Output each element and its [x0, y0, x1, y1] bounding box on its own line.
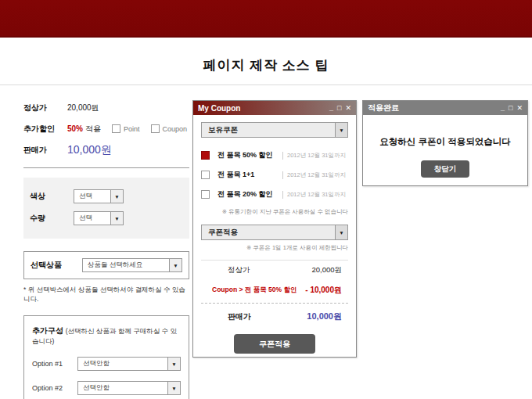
coupon-checkbox-checked[interactable]	[201, 151, 210, 160]
product-option-panel: 정상가 20,000원 추가할인 50% 적용 Point Coupon 판매가…	[23, 97, 189, 399]
sale-price-value: 10,000원	[67, 143, 112, 157]
extra-option-row: Option #2 선택안함 ▼	[32, 381, 181, 395]
coupon-row: 전 품목 50% 할인 2012년 12월 31일까지	[201, 146, 348, 165]
applied-window-title: 적용완료	[368, 102, 399, 113]
extra-option-value: 선택안함	[78, 382, 167, 394]
discount-row: 추가할인 50% 적용 Point Coupon	[23, 118, 189, 139]
extra-config-header: 추가구성 (선택하신 상품과 함께 구매하실 수 있습니다)	[32, 325, 181, 347]
summary-sale-value: 10,000원	[307, 311, 348, 322]
owned-coupon-header[interactable]: 보유쿠폰 ▼	[201, 122, 348, 138]
coupon-checkbox[interactable]	[201, 171, 210, 179]
coupon-name: 전 품목 50% 할인	[217, 150, 282, 160]
my-coupon-window: My Coupon _ □ ✕ 보유쿠폰 ▼ 전 품목 50% 할인 2012년…	[192, 100, 357, 358]
extra-option-row: Option #1 선택안함 ▼	[32, 357, 181, 371]
coupon-checkbox-label: Coupon	[163, 125, 188, 133]
expiry-note: ※ 유통기한이 지난 쿠폰은 사용하실 수 없습니다	[201, 208, 348, 216]
extra-option-1-select[interactable]: 선택안함 ▼	[77, 357, 181, 371]
qty-select[interactable]: 선택 ▼	[74, 211, 124, 225]
chevron-down-icon: ▼	[167, 382, 180, 394]
summary-normal-label: 정상가	[201, 265, 311, 275]
discount-suffix: 적용	[85, 124, 101, 135]
qty-row: 수량 선택 ▼	[30, 207, 183, 229]
coupon-checkbox[interactable]	[151, 124, 160, 133]
applied-message: 요청하신 쿠폰이 적용되었습니다	[363, 136, 527, 148]
summary-sale-row: 판매가 10,000원	[201, 307, 348, 326]
point-checkbox[interactable]	[112, 124, 120, 133]
qty-select-value: 선택	[74, 212, 110, 225]
coupon-name: 전 품목 20% 할인	[217, 189, 282, 200]
coupon-expiry: 2012년 12월 31일까지	[282, 171, 348, 179]
summary-coupon-label: Coupon > 전 품목 50% 할인	[201, 286, 305, 295]
coupon-checkbox-group: Coupon	[151, 124, 188, 133]
extra-option-2-select[interactable]: 선택안함 ▼	[77, 381, 181, 395]
discount-label: 추가할인	[23, 124, 67, 135]
page-title: 페이지 제작 소스 팁	[0, 56, 532, 74]
my-coupon-titlebar[interactable]: My Coupon _ □ ✕	[193, 101, 356, 115]
color-label: 색상	[30, 191, 74, 202]
summary-sale-label: 판매가	[201, 311, 307, 322]
normal-price-row: 정상가 20,000원	[23, 97, 189, 118]
normal-price-label: 정상가	[23, 102, 67, 113]
coupon-row: 전 품목 1+1 2012년 12월 31일까지	[201, 165, 348, 185]
my-coupon-body: 보유쿠폰 ▼ 전 품목 50% 할인 2012년 12월 31일까지 전 품목 …	[193, 115, 356, 361]
price-divider	[23, 167, 189, 168]
coupon-checkbox[interactable]	[201, 190, 210, 199]
apply-coupon-label: 쿠폰적용	[202, 225, 335, 239]
top-banner	[0, 0, 532, 38]
select-product-value: 상품을 선택하세요	[83, 259, 169, 271]
chevron-down-icon: ▼	[167, 358, 180, 370]
limit-note: ※ 쿠폰은 1일 1개로 사용이 제한됩니다	[201, 244, 348, 252]
normal-price-value: 20,000원	[67, 102, 99, 113]
color-select[interactable]: 선택 ▼	[74, 189, 124, 203]
coupon-row: 전 품목 20% 할인 2012년 12월 31일까지	[201, 185, 348, 204]
point-checkbox-label: Point	[124, 125, 140, 133]
coupon-name: 전 품목 1+1	[217, 170, 282, 180]
header-divider	[0, 84, 532, 85]
extra-option-label: Option #1	[32, 360, 77, 368]
minimize-icon[interactable]: _	[329, 105, 333, 112]
chevron-down-icon: ▼	[335, 123, 347, 137]
close-icon[interactable]: ✕	[345, 105, 351, 112]
my-coupon-window-title: My Coupon	[198, 104, 240, 113]
dashed-divider	[201, 303, 348, 304]
maximize-icon[interactable]: □	[337, 105, 341, 112]
window-controls: _ □ ✕	[501, 105, 523, 112]
applied-titlebar[interactable]: 적용완료 _ □ ✕	[363, 101, 527, 115]
select-product-box: 선택상품 상품을 선택하세요 ▼	[23, 251, 189, 279]
minimize-icon[interactable]: _	[501, 105, 505, 112]
discount-percent: 50%	[67, 124, 83, 133]
apply-coupon-button[interactable]: 쿠폰적용	[234, 334, 315, 354]
select-product-select[interactable]: 상품을 선택하세요 ▼	[82, 258, 182, 272]
apply-coupon-header[interactable]: 쿠폰적용 ▼	[201, 225, 348, 240]
coupon-list: 전 품목 50% 할인 2012년 12월 31일까지 전 품목 1+1 201…	[201, 146, 348, 204]
extra-config-box: 추가구성 (선택하신 상품과 함께 구매하실 수 있습니다) Option #1…	[23, 315, 189, 399]
chevron-down-icon: ▼	[169, 259, 182, 271]
point-checkbox-group: Point	[112, 124, 140, 133]
select-product-label: 선택상품	[31, 260, 82, 271]
color-qty-box: 색상 선택 ▼ 수량 선택 ▼	[23, 178, 189, 239]
window-controls: _ □ ✕	[329, 105, 351, 112]
summary-coupon-value: - 10,000원	[305, 285, 348, 296]
qty-label: 수량	[30, 213, 74, 224]
summary-coupon-row: Coupon > 전 품목 50% 할인 - 10,000원	[201, 280, 348, 300]
extra-option-value: 선택안함	[78, 358, 167, 370]
close-window-button[interactable]: 창닫기	[421, 160, 469, 178]
coupon-expiry: 2012년 12월 31일까지	[282, 152, 348, 160]
chevron-down-icon: ▼	[110, 190, 123, 203]
chevron-down-icon: ▼	[110, 212, 123, 225]
summary-normal-row: 정상가 20,000원	[201, 261, 348, 280]
chevron-down-icon: ▼	[335, 225, 347, 239]
color-select-value: 선택	[74, 190, 110, 203]
extra-option-label: Option #2	[32, 384, 77, 392]
maximize-icon[interactable]: □	[509, 105, 512, 112]
sale-price-row: 판매가 10,000원	[23, 139, 189, 160]
extra-config-title: 추가구성	[32, 326, 63, 335]
summary-normal-value: 20,000원	[311, 265, 348, 275]
close-icon[interactable]: ✕	[516, 105, 523, 112]
select-product-note: * 위 선택박스에서 상품을 선택하셔야 결제하실 수 있습니다.	[23, 286, 189, 304]
applied-window: 적용완료 _ □ ✕ 요청하신 쿠폰이 적용되었습니다 창닫기	[362, 100, 528, 186]
color-row: 색상 선택 ▼	[30, 185, 183, 207]
coupon-expiry: 2012년 12월 31일까지	[282, 191, 348, 199]
sale-price-label: 판매가	[23, 145, 67, 156]
owned-coupon-label: 보유쿠폰	[202, 123, 335, 137]
